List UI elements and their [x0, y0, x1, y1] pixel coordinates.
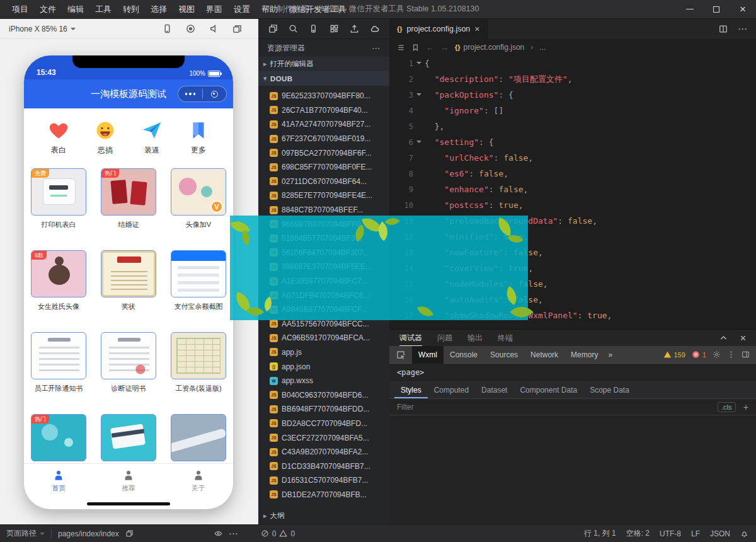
file-item[interactable]: 8848C7B707094BFEF... [258, 203, 389, 217]
file-item[interactable]: C43A9B20707094BFA2... [258, 445, 389, 459]
file-item[interactable]: BD2A8CC7707094BFD... [258, 417, 389, 431]
file-item[interactable]: 26C7A1B7707094BF40... [258, 103, 389, 118]
outline-list-icon[interactable] [397, 43, 405, 52]
file-item[interactable]: 67F237C6707094BF019... [258, 132, 389, 146]
menu-item[interactable]: 转到 [117, 0, 145, 19]
search-icon[interactable] [289, 24, 298, 33]
kebab-menu-icon[interactable] [727, 350, 735, 359]
editor-more-icon[interactable] [738, 23, 747, 35]
debugger-tab[interactable]: 终端 [498, 330, 513, 346]
encoding-setting[interactable]: UTF-8 [660, 529, 681, 538]
menu-item[interactable]: 工具 [89, 0, 117, 19]
template-card[interactable] [171, 414, 226, 466]
tab-close-icon[interactable] [474, 24, 479, 34]
debugger-tab[interactable]: 调试器 [399, 330, 422, 346]
tabbar-item[interactable]: 推荐 [94, 464, 164, 499]
remote-debug-icon[interactable] [309, 24, 318, 33]
file-item[interactable]: BB6948F7707094BFDD... [258, 402, 389, 417]
project-folder-section[interactable]: DOUB [258, 71, 389, 86]
cls-toggle[interactable]: .cls [718, 402, 736, 412]
menu-item[interactable]: 设置 [228, 0, 256, 19]
bookmark-icon[interactable] [411, 43, 420, 52]
template-card[interactable]: 6款女生姓氏头像 [31, 250, 86, 311]
template-card[interactable]: 工资条(装逼版) [171, 332, 226, 393]
styles-tab[interactable]: Styles [394, 381, 428, 398]
styles-tab[interactable]: Component Data [513, 381, 583, 398]
rotate-phone-icon[interactable] [163, 24, 172, 33]
collapse-panel-icon[interactable] [719, 334, 728, 342]
settings-gear-icon[interactable] [713, 350, 721, 359]
split-editor-icon[interactable] [719, 25, 728, 33]
file-item[interactable]: C3ECF272707094BFA5... [258, 430, 389, 445]
exit-miniprogram-button[interactable] [203, 91, 227, 98]
mute-icon[interactable] [209, 24, 219, 33]
upload-icon[interactable] [350, 24, 359, 33]
template-card[interactable]: 热门结婚证 [101, 168, 156, 229]
template-card[interactable]: V头像加V [171, 168, 226, 229]
debugger-tab[interactable]: 问题 [437, 330, 452, 346]
indent-setting[interactable]: 空格: 2 [626, 528, 650, 539]
devtools-tab[interactable]: Sources [484, 346, 524, 364]
quick-entry[interactable]: 恶搞 [86, 120, 124, 156]
breadcrumb-more[interactable]: ... [539, 43, 546, 52]
navigate-forward-icon[interactable] [440, 43, 449, 52]
file-item[interactable]: D16531C5707094BFB7... [258, 473, 389, 488]
open-editors-section[interactable]: 打开的编辑器 [258, 57, 389, 71]
language-mode[interactable]: JSON [710, 529, 730, 538]
template-card[interactable] [101, 414, 156, 466]
quick-entry[interactable]: 更多 [180, 120, 217, 156]
menu-item[interactable]: 微信开发者工具 [284, 0, 352, 19]
outline-section[interactable]: 大纲 [258, 509, 389, 523]
template-card[interactable]: 诊断证明书 [101, 332, 156, 393]
problems-indicator[interactable]: 0 0 [261, 529, 295, 538]
minimize-button[interactable] [677, 0, 703, 19]
filter-input[interactable]: Filter [397, 403, 414, 412]
quick-entry[interactable]: 表白 [40, 120, 77, 156]
template-card[interactable]: 热门 [31, 414, 86, 466]
file-item[interactable]: 41A7A2747070794BF27... [258, 117, 389, 132]
tab-overflow-icon[interactable] [604, 350, 616, 359]
wxml-tree[interactable]: <page> [389, 364, 756, 381]
file-item[interactable]: 698C85F7707094BF0FE... [258, 160, 389, 175]
screenshot-icon[interactable] [232, 24, 242, 33]
compile-icon[interactable] [268, 24, 278, 33]
file-item[interactable]: 9E625233707094BFF80... [258, 89, 389, 103]
devtools-tab[interactable]: Memory [564, 346, 604, 364]
menu-item[interactable]: 界面 [200, 0, 228, 19]
menu-item[interactable]: 帮助 [256, 0, 284, 19]
breadcrumb-file[interactable]: project.config.json [455, 43, 524, 52]
styles-tab[interactable]: Dataset [475, 381, 513, 398]
file-item[interactable]: B040C963707094BFD6... [258, 388, 389, 402]
styles-tab[interactable]: Scope Data [583, 381, 636, 398]
cursor-position[interactable]: 行 1, 列 1 [584, 528, 616, 539]
page-path-dropdown[interactable]: 页面路径 [6, 528, 45, 539]
styles-tab[interactable]: Computed [428, 381, 475, 398]
file-item[interactable]: app.json [258, 359, 389, 374]
maximize-button[interactable] [703, 0, 730, 19]
file-item[interactable]: 8285E7E7707094BFE4E... [258, 188, 389, 203]
page-path-value[interactable]: pages/index/index [58, 529, 119, 538]
eol-setting[interactable]: LF [691, 529, 700, 538]
visibility-eye-icon[interactable] [214, 529, 222, 538]
template-card[interactable]: 支付宝余额截图 [171, 250, 226, 311]
menu-item[interactable]: 文件 [34, 0, 62, 19]
devtools-tab[interactable]: Network [524, 346, 564, 364]
devtools-tab[interactable]: Wxml [412, 346, 444, 364]
file-item[interactable]: D1CD33B4707094BFB7... [258, 459, 389, 473]
more-menu-button[interactable] [178, 93, 202, 95]
menu-item[interactable]: 项目 [6, 0, 34, 19]
dock-side-icon[interactable] [742, 350, 750, 359]
wxml-root-node[interactable]: <page> [397, 368, 424, 377]
menu-item[interactable]: 编辑 [62, 0, 89, 19]
notification-bell-icon[interactable] [740, 529, 748, 538]
file-item[interactable]: DB1DE2A7707094BFB... [258, 488, 389, 502]
file-item[interactable]: 02711DC6707094BF64... [258, 175, 389, 189]
menu-item[interactable]: 选择 [145, 0, 173, 19]
cloud-icon[interactable] [370, 24, 379, 33]
tabbar-item[interactable]: 关于 [163, 464, 233, 499]
devtools-tab[interactable]: Console [444, 346, 484, 364]
template-card[interactable]: 免费打印机表白 [31, 168, 86, 229]
debugger-tab[interactable]: 输出 [467, 330, 483, 346]
menu-item[interactable]: 视图 [173, 0, 200, 19]
inspect-element-icon[interactable] [389, 350, 412, 360]
